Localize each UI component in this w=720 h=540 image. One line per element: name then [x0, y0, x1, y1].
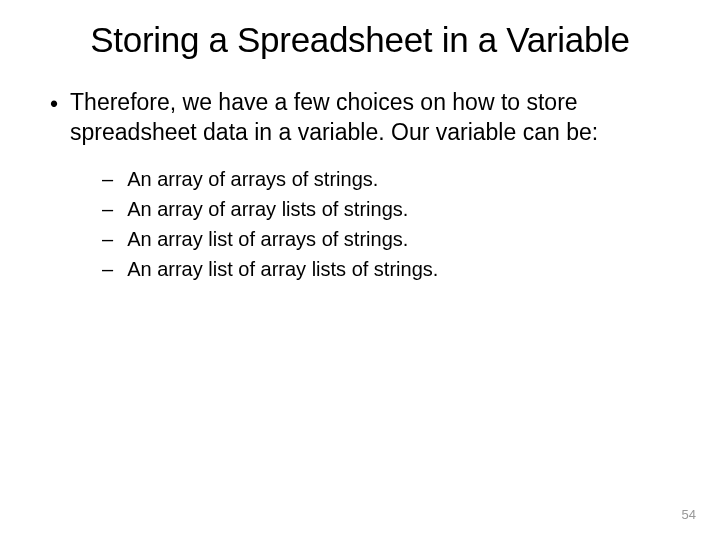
- option-text: An array of array lists of strings.: [127, 196, 408, 223]
- bullet-mark-level2: –: [102, 256, 113, 283]
- list-item: – An array of array lists of strings.: [102, 196, 680, 223]
- options-list: – An array of arrays of strings. – An ar…: [40, 166, 680, 283]
- list-item: – An array list of array lists of string…: [102, 256, 680, 283]
- list-item: – An array list of arrays of strings.: [102, 226, 680, 253]
- option-text: An array list of array lists of strings.: [127, 256, 438, 283]
- option-text: An array of arrays of strings.: [127, 166, 378, 193]
- bullet-mark-level1: •: [50, 90, 58, 120]
- option-text: An array list of arrays of strings.: [127, 226, 408, 253]
- page-number: 54: [682, 507, 696, 522]
- bullet-mark-level2: –: [102, 196, 113, 223]
- page-title: Storing a Spreadsheet in a Variable: [40, 20, 680, 60]
- slide: Storing a Spreadsheet in a Variable • Th…: [0, 0, 720, 540]
- intro-bullet: • Therefore, we have a few choices on ho…: [40, 88, 680, 148]
- bullet-mark-level2: –: [102, 166, 113, 193]
- list-item: – An array of arrays of strings.: [102, 166, 680, 193]
- intro-text: Therefore, we have a few choices on how …: [70, 88, 680, 148]
- bullet-mark-level2: –: [102, 226, 113, 253]
